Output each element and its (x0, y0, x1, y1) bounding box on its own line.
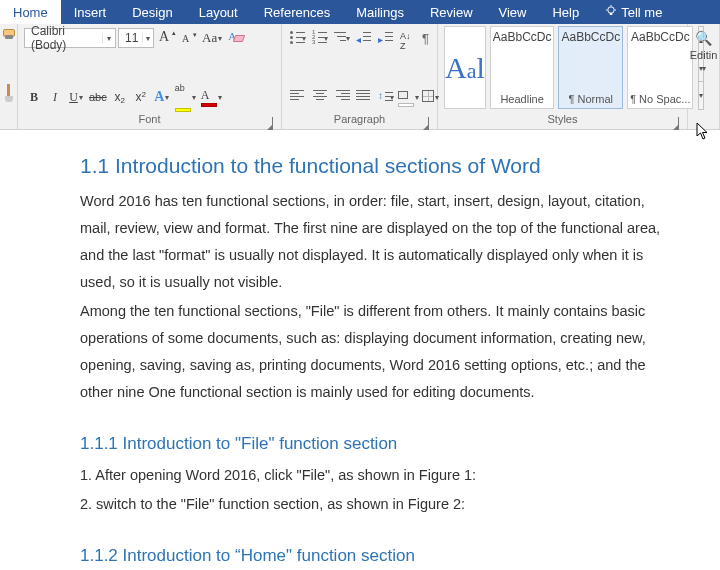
heading-1[interactable]: 1.1 Introduction to the functional secti… (80, 154, 676, 178)
group-clipboard (0, 24, 18, 129)
style-name: ¶ Normal (561, 93, 620, 105)
tab-layout[interactable]: Layout (186, 0, 251, 24)
sort-button[interactable]: A↓Z (398, 28, 418, 48)
paragraph-text[interactable]: 1. After opening Word 2016, click "File"… (80, 462, 676, 489)
paragraph-text[interactable]: Word 2016 has ten functional sections, i… (80, 188, 676, 296)
multilevel-list-button[interactable]: ▾ (332, 28, 352, 48)
group-editing: 🔍 Editin ▾ (688, 24, 720, 129)
style-sample: AaBbCcDc (631, 30, 690, 44)
chevron-down-icon: ▾ (102, 34, 115, 43)
font-name-combo[interactable]: Calibri (Body) ▾ (24, 28, 116, 48)
bullets-button[interactable]: ▾ (288, 28, 308, 48)
styles-dialog-launcher[interactable] (672, 115, 684, 127)
chevron-down-icon: ▾ (142, 34, 153, 43)
increase-indent-button[interactable]: ▸ (376, 28, 396, 48)
font-dialog-launcher[interactable] (266, 115, 278, 127)
styles-group-label: Styles (438, 111, 687, 129)
tab-tellme[interactable]: Tell me (592, 0, 675, 24)
tab-home[interactable]: Home (0, 0, 61, 24)
style-name: ¶ No Spac... (630, 93, 690, 105)
editing-label: Editin (690, 49, 718, 61)
underline-button[interactable]: U▾ (66, 87, 86, 107)
font-size-value: 11 (119, 31, 142, 45)
style-sample: AaBbCcDc (561, 30, 620, 44)
tab-tellme-label: Tell me (621, 5, 662, 20)
paragraph-text[interactable]: 2. switch to the "File" function section… (80, 491, 676, 518)
group-styles: Aal AaBbCcDc Headline AaBbCcDc ¶ Normal … (438, 24, 688, 129)
heading-2[interactable]: 1.1.1 Introduction to "File" function se… (80, 434, 676, 454)
font-group-label: Font (18, 111, 281, 129)
svg-point-0 (608, 6, 614, 12)
styles-preview-icon: Aal (444, 26, 486, 109)
tab-help[interactable]: Help (539, 0, 592, 24)
tab-view[interactable]: View (486, 0, 540, 24)
font-size-combo[interactable]: 11 ▾ (118, 28, 154, 48)
document-body[interactable]: 1.1 Introduction to the functional secti… (0, 130, 720, 570)
align-center-button[interactable] (310, 87, 330, 107)
superscript-button[interactable]: x (131, 87, 151, 107)
tab-insert[interactable]: Insert (61, 0, 120, 24)
group-font: Calibri (Body) ▾ 11 ▾ ▴ ▾ Aa▾ B I U▾ abc… (18, 24, 282, 129)
heading-2[interactable]: 1.1.2 Introduction to “Home" function se… (80, 546, 676, 566)
shading-button[interactable]: ▾ (398, 87, 418, 107)
font-name-value: Calibri (Body) (25, 24, 102, 52)
tab-review[interactable]: Review (417, 0, 486, 24)
bold-button[interactable]: B (24, 87, 44, 107)
italic-button[interactable]: I (45, 87, 65, 107)
style-sample: AaBbCcDc (493, 30, 552, 44)
clear-formatting-button[interactable] (226, 28, 248, 48)
shrink-font-button[interactable]: ▾ (178, 28, 198, 48)
group-paragraph: ▾ 1 2 3 ▾ ▾ ◂ (282, 24, 438, 129)
style-normal[interactable]: AaBbCcDc ¶ Normal (558, 26, 623, 109)
align-justify-button[interactable] (354, 87, 374, 107)
numbering-button[interactable]: 1 2 3 ▾ (310, 28, 330, 48)
style-headline[interactable]: AaBbCcDc Headline (490, 26, 555, 109)
tab-design[interactable]: Design (119, 0, 185, 24)
ribbon: Calibri (Body) ▾ 11 ▾ ▴ ▾ Aa▾ B I U▾ abc… (0, 24, 720, 130)
lightbulb-icon (605, 5, 617, 20)
find-icon[interactable]: 🔍 (695, 30, 712, 46)
highlight-color-button[interactable]: ▾ (173, 87, 198, 107)
style-name: Headline (493, 93, 552, 105)
line-spacing-button[interactable]: ↕▾ (376, 87, 396, 107)
paste-icon[interactable] (2, 29, 16, 53)
align-left-button[interactable] (288, 87, 308, 107)
borders-button[interactable]: ▾ (420, 87, 440, 107)
paragraph-group-label: Paragraph (282, 111, 437, 129)
strikethrough-button[interactable]: abc (87, 87, 109, 107)
tab-references[interactable]: References (251, 0, 343, 24)
subscript-button[interactable]: x (110, 87, 130, 107)
svg-rect-1 (610, 13, 613, 15)
align-right-button[interactable] (332, 87, 352, 107)
show-paragraph-marks-button[interactable]: ¶ (420, 28, 440, 48)
ribbon-tabs: Home Insert Design Layout References Mai… (0, 0, 720, 24)
format-painter-icon[interactable] (4, 84, 14, 104)
change-case-button[interactable]: Aa▾ (200, 28, 224, 48)
chevron-down-icon: ▾ (702, 64, 706, 73)
grow-font-button[interactable]: ▴ (156, 28, 176, 48)
font-color-button[interactable]: A▾ (199, 87, 224, 107)
style-no-spacing[interactable]: AaBbCcDc ¶ No Spac... (627, 26, 693, 109)
decrease-indent-button[interactable]: ◂ (354, 28, 374, 48)
paragraph-dialog-launcher[interactable] (422, 115, 434, 127)
tab-mailings[interactable]: Mailings (343, 0, 417, 24)
text-effects-button[interactable]: A▾ (152, 87, 172, 107)
paragraph-text[interactable]: Among the ten functional sections, "File… (80, 298, 676, 406)
